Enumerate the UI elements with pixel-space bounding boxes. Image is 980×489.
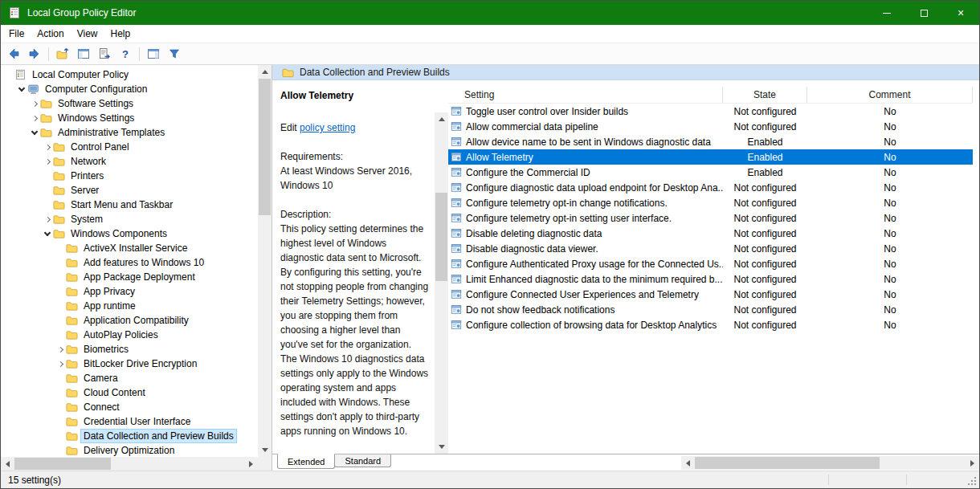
tree-item-delivery-optimization[interactable]: Delivery Optimization (1, 443, 258, 457)
tree-item-data-collection-and-preview-builds[interactable]: Data Collection and Preview Builds (1, 429, 258, 443)
expander-icon[interactable] (16, 84, 27, 95)
up-one-level-button[interactable] (53, 45, 72, 63)
minimize-button[interactable] (868, 1, 905, 25)
tab-standard[interactable]: Standard (334, 454, 391, 467)
setting-row[interactable]: Disable deleting diagnostic data Not con… (448, 226, 973, 241)
setting-row[interactable]: Configure diagnostic data upload endpoin… (448, 180, 973, 195)
tree-item-printers[interactable]: Printers (1, 169, 258, 183)
tree-item-application-compatibility[interactable]: Application Compatibility (1, 313, 258, 328)
scroll-down-button[interactable] (435, 440, 448, 454)
resize-grip[interactable] (967, 476, 977, 486)
expander-icon[interactable] (42, 214, 53, 225)
column-header-state[interactable]: State (723, 87, 807, 103)
policy-setting-icon (451, 106, 462, 116)
tree-item-system[interactable]: System (1, 212, 258, 226)
column-header-setting[interactable]: Setting (448, 87, 723, 103)
setting-row[interactable]: Disable diagnostic data viewer. Not conf… (448, 241, 973, 256)
tree-item-app-privacy[interactable]: App Privacy (1, 284, 258, 299)
expander-icon[interactable] (42, 156, 53, 167)
folder-icon (53, 199, 68, 210)
tree-item-administrative-templates[interactable]: Administrative Templates (1, 125, 258, 140)
scroll-right-button[interactable] (966, 456, 979, 470)
tree-item-network[interactable]: Network (1, 154, 258, 169)
tree-item-windows-settings[interactable]: Windows Settings (1, 111, 258, 125)
forward-button[interactable] (25, 45, 44, 63)
export-list-button[interactable] (95, 45, 114, 63)
expander-icon[interactable] (29, 98, 40, 109)
tree-item-credential-user-interface[interactable]: Credential User Interface (1, 414, 258, 429)
description-vertical-scrollbar[interactable] (435, 112, 448, 454)
scroll-thumb[interactable] (259, 79, 271, 215)
tree-item-add-features-to-windows-10[interactable]: Add features to Windows 10 (1, 255, 258, 270)
setting-row[interactable]: Configure Connected User Experiences and… (448, 287, 973, 302)
expander-spacer (55, 401, 66, 413)
scroll-thumb[interactable] (435, 193, 447, 281)
setting-row-selected[interactable]: Allow Telemetry Enabled No (448, 149, 973, 165)
policy-setting-icon (451, 243, 462, 254)
tab-extended[interactable]: Extended (277, 454, 335, 469)
show-action-pane-button[interactable] (144, 45, 163, 63)
tree-item-computer-configuration[interactable]: Computer Configuration (1, 82, 258, 96)
back-button[interactable] (4, 45, 23, 63)
scroll-right-button[interactable] (244, 457, 258, 471)
tree-item-activex-installer-service[interactable]: ActiveX Installer Service (1, 241, 258, 255)
list-horizontal-scrollbar[interactable] (681, 456, 979, 470)
tree-item-software-settings[interactable]: Software Settings (1, 96, 258, 111)
scroll-left-button[interactable] (681, 456, 695, 470)
help-button[interactable]: ? (116, 45, 135, 63)
scroll-left-button[interactable] (1, 457, 14, 471)
setting-row[interactable]: Configure telemetry opt-in change notifi… (448, 195, 973, 210)
setting-row[interactable]: Configure telemetry opt-in setting user … (448, 210, 973, 226)
setting-row[interactable]: Limit Enhanced diagnostic data to the mi… (448, 271, 973, 287)
tree-item-app-runtime[interactable]: App runtime (1, 299, 258, 313)
folder-icon (66, 344, 81, 355)
setting-row[interactable]: Allow device name to be sent in Windows … (448, 134, 973, 149)
column-header-comment[interactable]: Comment (807, 87, 973, 103)
expander-icon[interactable] (55, 344, 66, 355)
tree-item-connect[interactable]: Connect (1, 400, 258, 414)
expander-icon[interactable] (42, 228, 53, 239)
tree-item-control-panel[interactable]: Control Panel (1, 140, 258, 154)
menu-view[interactable]: View (71, 26, 104, 42)
expander-icon[interactable] (55, 358, 66, 369)
tree-item-local-computer-policy[interactable]: Local Computer Policy (1, 67, 258, 82)
setting-row[interactable]: Toggle user control over Insider builds … (448, 104, 973, 119)
tree-item-autoplay-policies[interactable]: AutoPlay Policies (1, 328, 258, 342)
setting-row[interactable]: Configure the Commercial ID Enabled No (448, 165, 973, 180)
tree-item-camera[interactable]: Camera (1, 371, 258, 385)
expander-icon[interactable] (29, 112, 40, 124)
tree-horizontal-scrollbar[interactable] (1, 457, 258, 471)
show-console-tree-button[interactable] (74, 45, 93, 63)
scroll-up-button[interactable] (258, 65, 272, 79)
close-button[interactable]: × (942, 1, 979, 25)
tree-item-start-menu-and-taskbar[interactable]: Start Menu and Taskbar (1, 198, 258, 212)
tree-item-app-package-deployment[interactable]: App Package Deployment (1, 270, 258, 284)
setting-row[interactable]: Configure Authenticated Proxy usage for … (448, 256, 973, 271)
setting-row[interactable]: Allow commercial data pipeline Not confi… (448, 119, 973, 134)
edit-policy-setting-link[interactable]: policy setting (300, 122, 355, 133)
filter-button[interactable] (165, 45, 184, 63)
tree-item-biometrics[interactable]: Biometrics (1, 342, 258, 357)
scroll-thumb[interactable] (695, 457, 880, 469)
maximize-button[interactable] (905, 1, 942, 25)
app-icon (8, 6, 21, 19)
menu-file[interactable]: File (2, 26, 31, 42)
tree-item-cloud-content[interactable]: Cloud Content (1, 385, 258, 400)
left-arrow-icon (686, 460, 690, 467)
tree-item-server[interactable]: Server (1, 183, 258, 198)
extended-description-pane: Allow Telemetry Edit policy setting Requ… (272, 80, 448, 454)
scroll-up-button[interactable] (435, 112, 448, 126)
setting-row[interactable]: Configure collection of browsing data fo… (448, 317, 973, 332)
tree-item-bitlocker-drive-encryption[interactable]: BitLocker Drive Encryption (1, 357, 258, 371)
setting-row[interactable]: Do not show feedback notifications Not c… (448, 302, 973, 317)
expander-icon[interactable] (29, 127, 40, 138)
policy-setting-icon (451, 304, 462, 315)
menu-action[interactable]: Action (31, 26, 70, 42)
tree-item-windows-components[interactable]: Windows Components (1, 226, 258, 241)
expander-spacer (55, 271, 66, 283)
scroll-thumb[interactable] (14, 458, 111, 470)
expander-icon[interactable] (42, 141, 53, 153)
menu-help[interactable]: Help (104, 26, 137, 42)
tree-vertical-scrollbar[interactable] (258, 65, 272, 457)
scroll-down-button[interactable] (258, 443, 272, 457)
